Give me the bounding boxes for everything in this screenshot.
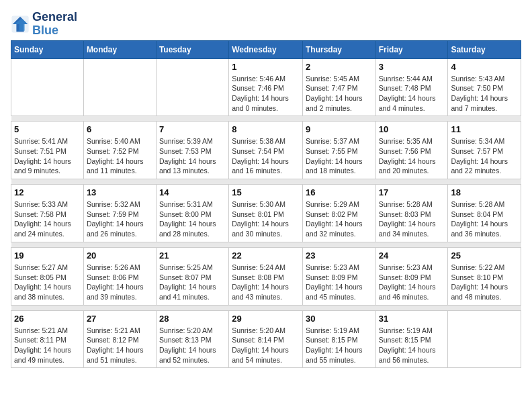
calendar-cell [448, 310, 521, 368]
day-number: 9 [306, 124, 373, 134]
calendar-cell: 27Sunrise: 5:21 AM Sunset: 8:12 PM Dayli… [83, 310, 156, 368]
day-number: 5 [14, 124, 81, 134]
day-number: 26 [14, 314, 81, 324]
calendar-cell [11, 58, 84, 116]
day-info: Sunrise: 5:27 AM Sunset: 8:05 PM Dayligh… [14, 263, 81, 302]
calendar-cell: 17Sunrise: 5:28 AM Sunset: 8:03 PM Dayli… [375, 185, 448, 242]
week-row: 26Sunrise: 5:21 AM Sunset: 8:11 PM Dayli… [11, 310, 521, 368]
day-number: 14 [159, 187, 226, 197]
calendar-cell: 24Sunrise: 5:23 AM Sunset: 8:09 PM Dayli… [375, 247, 448, 305]
day-number: 15 [232, 187, 300, 197]
calendar-cell: 9Sunrise: 5:37 AM Sunset: 7:55 PM Daylig… [302, 122, 375, 179]
day-info: Sunrise: 5:21 AM Sunset: 8:12 PM Dayligh… [87, 326, 153, 365]
logo-text: General Blue [32, 11, 77, 38]
week-row: 1Sunrise: 5:46 AM Sunset: 7:46 PM Daylig… [11, 58, 521, 116]
day-info: Sunrise: 5:43 AM Sunset: 7:50 PM Dayligh… [451, 74, 518, 113]
day-info: Sunrise: 5:26 AM Sunset: 8:06 PM Dayligh… [87, 263, 153, 302]
day-number: 23 [306, 250, 373, 261]
day-number: 10 [379, 124, 445, 134]
logo: General Blue [11, 11, 77, 38]
calendar-cell: 12Sunrise: 5:33 AM Sunset: 7:58 PM Dayli… [11, 185, 84, 242]
day-number: 2 [306, 62, 373, 72]
day-number: 17 [379, 187, 445, 197]
day-info: Sunrise: 5:44 AM Sunset: 7:48 PM Dayligh… [379, 74, 445, 113]
day-info: Sunrise: 5:28 AM Sunset: 8:03 PM Dayligh… [379, 199, 445, 239]
day-info: Sunrise: 5:23 AM Sunset: 8:09 PM Dayligh… [306, 263, 373, 302]
day-info: Sunrise: 5:29 AM Sunset: 8:02 PM Dayligh… [306, 199, 373, 239]
weekday-header: Wednesday [229, 40, 303, 58]
week-row: 19Sunrise: 5:27 AM Sunset: 8:05 PM Dayli… [11, 247, 521, 305]
day-info: Sunrise: 5:39 AM Sunset: 7:53 PM Dayligh… [159, 136, 226, 176]
day-info: Sunrise: 5:19 AM Sunset: 8:15 PM Dayligh… [306, 326, 373, 365]
day-info: Sunrise: 5:19 AM Sunset: 8:15 PM Dayligh… [379, 326, 445, 365]
logo-icon [11, 15, 30, 34]
calendar-cell: 3Sunrise: 5:44 AM Sunset: 7:48 PM Daylig… [375, 58, 448, 116]
day-info: Sunrise: 5:46 AM Sunset: 7:46 PM Dayligh… [232, 74, 300, 113]
calendar-cell: 8Sunrise: 5:38 AM Sunset: 7:54 PM Daylig… [229, 122, 303, 179]
calendar-cell: 22Sunrise: 5:24 AM Sunset: 8:08 PM Dayli… [229, 247, 303, 305]
day-number: 24 [379, 250, 445, 261]
day-number: 8 [232, 124, 300, 134]
calendar-cell: 31Sunrise: 5:19 AM Sunset: 8:15 PM Dayli… [375, 310, 448, 368]
weekday-header: Sunday [11, 40, 84, 58]
day-number: 28 [159, 314, 226, 324]
calendar-cell: 26Sunrise: 5:21 AM Sunset: 8:11 PM Dayli… [11, 310, 84, 368]
day-info: Sunrise: 5:21 AM Sunset: 8:11 PM Dayligh… [14, 326, 81, 365]
calendar-cell: 5Sunrise: 5:41 AM Sunset: 7:51 PM Daylig… [11, 122, 84, 179]
day-info: Sunrise: 5:41 AM Sunset: 7:51 PM Dayligh… [14, 136, 81, 176]
day-info: Sunrise: 5:38 AM Sunset: 7:54 PM Dayligh… [232, 136, 300, 176]
calendar-cell: 23Sunrise: 5:23 AM Sunset: 8:09 PM Dayli… [302, 247, 375, 305]
day-number: 27 [87, 314, 153, 324]
day-number: 13 [87, 187, 153, 197]
day-number: 1 [232, 62, 300, 72]
day-number: 11 [451, 124, 518, 134]
day-number: 7 [159, 124, 226, 134]
calendar-cell: 15Sunrise: 5:30 AM Sunset: 8:01 PM Dayli… [229, 185, 303, 242]
calendar-cell: 30Sunrise: 5:19 AM Sunset: 8:15 PM Dayli… [302, 310, 375, 368]
calendar-cell: 2Sunrise: 5:45 AM Sunset: 7:47 PM Daylig… [302, 58, 375, 116]
calendar-cell: 18Sunrise: 5:28 AM Sunset: 8:04 PM Dayli… [448, 185, 521, 242]
calendar-cell: 13Sunrise: 5:32 AM Sunset: 7:59 PM Dayli… [83, 185, 156, 242]
day-info: Sunrise: 5:45 AM Sunset: 7:47 PM Dayligh… [306, 74, 373, 113]
day-info: Sunrise: 5:37 AM Sunset: 7:55 PM Dayligh… [306, 136, 373, 176]
day-info: Sunrise: 5:30 AM Sunset: 8:01 PM Dayligh… [232, 199, 300, 239]
day-number: 4 [451, 62, 518, 72]
header-row: SundayMondayTuesdayWednesdayThursdayFrid… [11, 40, 521, 58]
day-number: 3 [379, 62, 445, 72]
calendar-table: SundayMondayTuesdayWednesdayThursdayFrid… [11, 40, 521, 369]
day-info: Sunrise: 5:22 AM Sunset: 8:10 PM Dayligh… [451, 263, 518, 302]
day-info: Sunrise: 5:40 AM Sunset: 7:52 PM Dayligh… [87, 136, 153, 176]
day-number: 30 [306, 314, 373, 324]
day-info: Sunrise: 5:24 AM Sunset: 8:08 PM Dayligh… [232, 263, 300, 302]
weekday-header: Monday [83, 40, 156, 58]
day-number: 6 [87, 124, 153, 134]
calendar-cell: 4Sunrise: 5:43 AM Sunset: 7:50 PM Daylig… [448, 58, 521, 116]
day-info: Sunrise: 5:20 AM Sunset: 8:14 PM Dayligh… [232, 326, 300, 365]
calendar-cell: 21Sunrise: 5:25 AM Sunset: 8:07 PM Dayli… [156, 247, 228, 305]
calendar-cell: 7Sunrise: 5:39 AM Sunset: 7:53 PM Daylig… [156, 122, 228, 179]
calendar-cell: 10Sunrise: 5:35 AM Sunset: 7:56 PM Dayli… [375, 122, 448, 179]
week-row: 12Sunrise: 5:33 AM Sunset: 7:58 PM Dayli… [11, 185, 521, 242]
weekday-header: Tuesday [156, 40, 228, 58]
calendar-cell: 29Sunrise: 5:20 AM Sunset: 8:14 PM Dayli… [229, 310, 303, 368]
day-number: 21 [159, 250, 226, 261]
calendar-cell [156, 58, 228, 116]
calendar-cell [83, 58, 156, 116]
day-info: Sunrise: 5:34 AM Sunset: 7:57 PM Dayligh… [451, 136, 518, 176]
weekday-header: Saturday [448, 40, 521, 58]
day-number: 16 [306, 187, 373, 197]
day-number: 22 [232, 250, 300, 261]
calendar-cell: 16Sunrise: 5:29 AM Sunset: 8:02 PM Dayli… [302, 185, 375, 242]
day-number: 25 [451, 250, 518, 261]
day-info: Sunrise: 5:23 AM Sunset: 8:09 PM Dayligh… [379, 263, 445, 302]
day-info: Sunrise: 5:28 AM Sunset: 8:04 PM Dayligh… [451, 199, 518, 239]
day-info: Sunrise: 5:35 AM Sunset: 7:56 PM Dayligh… [379, 136, 445, 176]
calendar-cell: 19Sunrise: 5:27 AM Sunset: 8:05 PM Dayli… [11, 247, 84, 305]
day-number: 12 [14, 187, 81, 197]
day-number: 20 [87, 250, 153, 261]
calendar-cell: 11Sunrise: 5:34 AM Sunset: 7:57 PM Dayli… [448, 122, 521, 179]
calendar-cell: 25Sunrise: 5:22 AM Sunset: 8:10 PM Dayli… [448, 247, 521, 305]
day-info: Sunrise: 5:25 AM Sunset: 8:07 PM Dayligh… [159, 263, 226, 302]
header: General Blue [11, 11, 521, 38]
day-number: 19 [14, 250, 81, 261]
